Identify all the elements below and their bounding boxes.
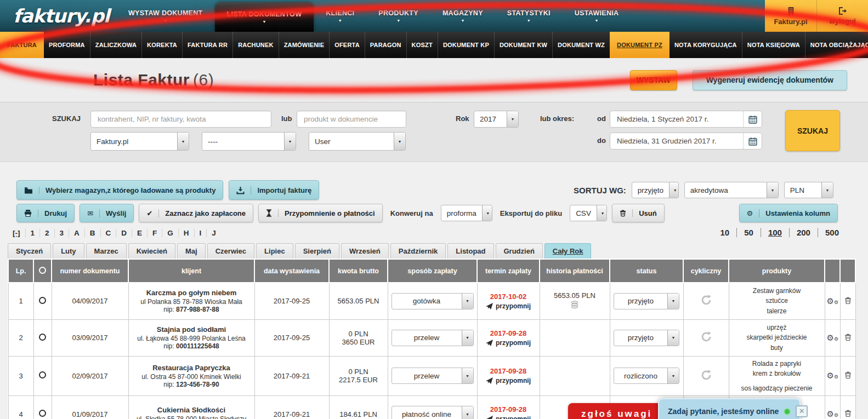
account-button[interactable]: Faktury.pl [765, 0, 816, 32]
header-produkty[interactable]: produkty [729, 259, 825, 283]
alpha-filter-item[interactable]: J [207, 229, 221, 237]
month-tab-listopad[interactable]: Listopad [447, 243, 493, 259]
tab-zamowienie[interactable]: ZAMÓWIENIE [279, 32, 330, 58]
generate-register-button[interactable]: Wygeneruj ewidencję dokumentów [693, 70, 847, 90]
export-format-select[interactable]: CSV ▼ [570, 205, 607, 221]
row-select-circle[interactable] [39, 410, 46, 417]
tab-dokument-pz[interactable]: DOKUMENT PZ [610, 32, 670, 58]
send-button[interactable]: ✉ Wyślij [80, 204, 134, 222]
date-to-input[interactable] [610, 137, 743, 145]
tab-dokument-kw[interactable]: DOKUMENT KW [494, 32, 552, 58]
tab-dokument-wz[interactable]: DOKUMENT WZ [552, 32, 610, 58]
chat-widget[interactable]: Zadaj pytanie, jesteśmy online ✕ [658, 398, 801, 419]
row-settings-icon[interactable]: ⚙⚙ [827, 371, 839, 380]
alpha-filter-item[interactable]: H [179, 229, 195, 237]
header-kwota-brutto[interactable]: kwota brutto [329, 259, 388, 283]
sort-type-select[interactable]: akredytowa ▼ [684, 182, 779, 198]
nav-magazyny[interactable]: MAGAZYNY ▼ [430, 0, 495, 32]
source-select[interactable]: Faktury.pl ▼ [90, 132, 189, 151]
page-size-100[interactable]: 100 [761, 228, 790, 237]
row-settings-icon[interactable]: ⚙⚙ [827, 333, 839, 342]
alpha-filter-item[interactable]: 3 [55, 229, 70, 237]
tab-dokument-kp[interactable]: DOKUMENT KP [438, 32, 494, 58]
header-cykliczny[interactable]: cykliczny [683, 259, 729, 283]
payment-reminder-button[interactable]: Przypomnienie o płatności [258, 204, 383, 222]
header-klient[interactable]: klijent [128, 259, 254, 283]
tab-oferta[interactable]: OFERTA [329, 32, 365, 58]
remind-link[interactable]: przypomnij [479, 415, 538, 419]
page-size-50[interactable]: 50 [737, 228, 761, 237]
alpha-filter-item[interactable]: A [69, 229, 85, 237]
month-tab-sierpien[interactable]: Sierpień [295, 243, 339, 259]
status-select[interactable]: przyjęto ▼ [614, 293, 679, 309]
header-historia-platnosci[interactable]: historia płatności [540, 259, 610, 283]
mark-paid-button[interactable]: ✔ Zaznacz jako zapłacone [139, 204, 253, 222]
recurring-icon[interactable] [700, 369, 712, 381]
row-settings-icon[interactable]: ⚙⚙ [827, 296, 839, 306]
user-select[interactable]: User ▼ [309, 132, 406, 151]
header-data-wystawienia[interactable]: data wystawienia [254, 259, 329, 283]
month-tab-maj[interactable]: Maj [177, 243, 206, 259]
column-settings-button[interactable]: ⚙ Ustawienia kolumn [739, 204, 838, 222]
header-termin-zaplaty[interactable]: termin zapłaty [477, 259, 540, 283]
alpha-filter-item[interactable]: F [147, 229, 162, 237]
date-from-input[interactable] [610, 115, 743, 123]
alpha-filter-item[interactable]: 1 [26, 229, 41, 237]
month-tab-pazdziernik[interactable]: Październik [390, 243, 446, 259]
status-select[interactable]: przyjęto ▼ [614, 330, 679, 346]
product-search-input[interactable] [297, 111, 406, 128]
month-tab-grudzien[interactable]: Grudzień [496, 243, 543, 259]
payment-method-select[interactable]: przelew ▼ [392, 330, 474, 346]
recurring-icon[interactable] [700, 294, 712, 306]
tab-nota-ksiegowa[interactable]: NOTA KSIĘGOWA [742, 32, 805, 58]
filter-select[interactable]: ---- ▼ [202, 132, 296, 151]
nav-statystyki[interactable]: STATYSTYKI ▼ [495, 0, 563, 32]
remind-link[interactable]: przypomnij [479, 377, 538, 384]
sort-status-select[interactable]: przyjęto ▼ [632, 182, 679, 198]
tab-rachunek[interactable]: RACHUNEK [232, 32, 279, 58]
row-select-circle[interactable] [39, 334, 46, 341]
month-tab-caly-rok[interactable]: Cały Rok [544, 243, 592, 259]
alpha-filter-item[interactable]: E [132, 229, 147, 237]
header-sposob-zaplaty[interactable]: sposób zapłaty [388, 259, 477, 283]
page-size-10[interactable]: 10 [713, 228, 737, 237]
row-delete-icon[interactable] [844, 333, 852, 341]
report-feedback-button[interactable]: zgłoś uwagi [568, 403, 665, 419]
alpha-filter-item[interactable]: C [101, 229, 117, 237]
date-to-field[interactable] [610, 133, 762, 150]
app-logo[interactable]: faktury.pl [0, 0, 116, 32]
row-select-circle[interactable] [39, 297, 46, 304]
month-tab-marzec[interactable]: Marzec [86, 243, 127, 259]
search-input[interactable] [90, 111, 271, 128]
tab-proforma[interactable]: PROFORMA [44, 32, 90, 58]
header-numer-dokumentu[interactable]: numer dokumentu [52, 259, 128, 283]
header-status[interactable]: status [610, 259, 683, 283]
nav-lista-dokumentow[interactable]: LISTA DOKUMENTÓW ▼ [215, 2, 314, 32]
nav-produkty[interactable]: PRODUKTY ▼ [366, 0, 430, 32]
tab-faktura-rr[interactable]: FAKTURA RR [182, 32, 232, 58]
row-settings-icon[interactable]: ⚙⚙ [827, 409, 839, 418]
alpha-filter-item[interactable]: 2 [40, 229, 55, 237]
month-tab-lipiec[interactable]: Lipiec [256, 243, 293, 259]
tab-koszt[interactable]: KOSZT [406, 32, 438, 58]
search-submit-button[interactable]: SZUKAJ [785, 110, 840, 151]
alpha-filter-item[interactable]: G [162, 229, 179, 237]
status-select[interactable]: rozliczono ▼ [614, 368, 679, 384]
tab-nota-obciazajaca[interactable]: NOTA OBCIĄŻAJĄCA [805, 32, 868, 58]
recurring-icon[interactable] [700, 331, 712, 343]
nav-klienci[interactable]: KLIENCI ▼ [314, 0, 366, 32]
row-delete-icon[interactable] [844, 296, 852, 305]
row-delete-icon[interactable] [844, 371, 852, 379]
logout-button[interactable]: wyloguj [816, 0, 868, 32]
tab-paragon[interactable]: PARAGON [365, 32, 406, 58]
convert-to-select[interactable]: proforma ▼ [441, 205, 492, 221]
alpha-filter-clear[interactable]: [-] [8, 229, 26, 237]
payment-method-select[interactable]: gotówka ▼ [392, 293, 474, 309]
import-invoice-button[interactable]: Importuj fakturę [229, 180, 319, 200]
page-size-500[interactable]: 500 [818, 228, 846, 237]
month-tab-czerwiec[interactable]: Czerwiec [207, 243, 254, 259]
alpha-filter-item[interactable]: I [195, 229, 207, 237]
row-select-circle[interactable] [39, 371, 46, 378]
month-tab-styczen[interactable]: Styczeń [8, 243, 51, 259]
nav-wystaw-dokument[interactable]: WYSTAW DOKUMENT ▼ [116, 0, 215, 32]
